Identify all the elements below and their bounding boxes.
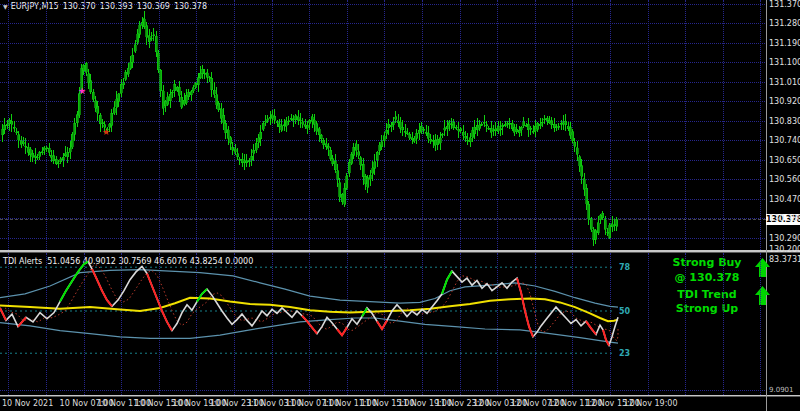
tdi-rsi-line	[0, 262, 618, 346]
tdi-level-label: 23	[619, 349, 630, 358]
price-tick-label: 130.830	[769, 117, 800, 126]
time-tick-label: 10 Nov 2021	[2, 399, 53, 408]
price-tick-label: 131.280	[769, 19, 800, 28]
price-tick-label: 130.560	[769, 175, 800, 184]
tdi-rsi-down-segment	[517, 278, 533, 337]
price-tick-label: 130.380	[769, 214, 800, 223]
price-tick-label: 131.190	[769, 39, 800, 48]
buy-signal-star: ★	[102, 128, 110, 137]
tdi-signal-line	[5, 265, 618, 341]
price-tick-label: 130.200	[769, 245, 800, 254]
tdi-rsi-down-segment	[586, 321, 596, 334]
price-tick-label: 131.100	[769, 58, 800, 67]
tdi-rsi-up-segment	[197, 289, 207, 302]
price-tick-label: 130.470	[769, 195, 800, 204]
time-axis[interactable]: 10 Nov 202110 Nov 07:0010 Nov 11:0010 No…	[0, 397, 766, 411]
price-tick-label: 130.650	[769, 156, 800, 165]
tdi-rsi-down-segment	[603, 330, 609, 346]
tdi-level-label: 50	[619, 307, 630, 316]
tdi-rsi-down-segment	[337, 327, 347, 335]
tdi-rsi-down-segment	[377, 320, 387, 329]
tdi-lines	[0, 253, 766, 395]
price-tick-label: 130.740	[769, 136, 800, 145]
price-tick-label: 130.920	[769, 97, 800, 106]
tdi-upper-band	[0, 270, 618, 308]
mt4-chart-window: 10 Nov 202110 Nov 07:0010 Nov 11:0010 No…	[0, 0, 800, 411]
sell-signal-star: ★	[78, 87, 86, 96]
tdi-rsi-down-segment	[147, 274, 172, 331]
tdi-rsi-down-segment	[92, 269, 112, 307]
candle-wicks	[3, 11, 617, 246]
price-tick-label: 131.370	[769, 0, 800, 9]
tdi-level-label: 78	[619, 263, 630, 272]
candlestick-series	[0, 0, 766, 252]
tdi-lower-band	[0, 318, 618, 343]
price-tick-label: 130.290	[769, 234, 800, 243]
indicator-scale-max: 83.3731	[769, 255, 800, 264]
indicator-scale-min: 9.0901	[769, 386, 794, 395]
tdi-rsi-down-segment	[0, 308, 6, 321]
price-tick-label: 131.010	[769, 78, 800, 87]
time-tick-label: 12 Nov 19:00	[624, 399, 678, 408]
tdi-rsi-up-segment	[60, 262, 88, 302]
